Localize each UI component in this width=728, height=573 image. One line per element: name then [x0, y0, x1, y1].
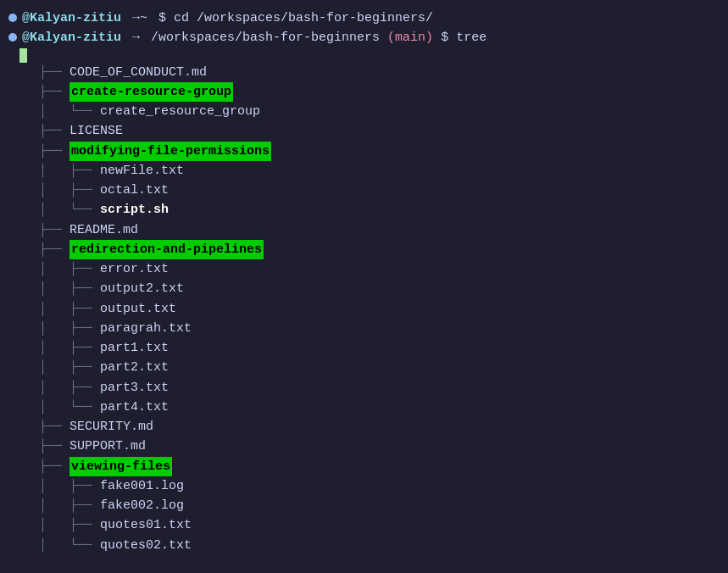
tree-connector-17: │ └── [8, 398, 100, 417]
tree-connector-9: ├── [8, 240, 69, 259]
prompt-branch-2: (main) [387, 28, 433, 47]
tree-item-name-20: viewing-files [69, 457, 172, 476]
tree-connector-21: │ ├── [8, 476, 100, 496]
tree-item-name-18: SECURITY.md [69, 417, 153, 437]
tree-connector-13: │ ├── [8, 319, 100, 338]
tree-item-10: │ ├── error.txt [8, 259, 714, 279]
tree-item-name-16: part3.txt [100, 378, 169, 398]
prompt-line-1: @Kalyan-zitiu →~ $ cd /workspaces/bash-f… [8, 8, 714, 28]
tree-item-name-1: create-resource-group [69, 82, 233, 102]
tree-item-name-15: part2.txt [100, 358, 169, 377]
prompt-user-2: @Kalyan-zitiu [22, 28, 121, 47]
tree-item-20: ├── viewing-files [8, 457, 714, 476]
tree-item-22: │ ├── fake002.log [8, 496, 714, 515]
tree-item-2: │ └── create_resource_group [8, 102, 714, 121]
prompt-symbol-1: $ [158, 8, 174, 28]
tree-item-name-21: fake001.log [100, 476, 184, 496]
cursor [19, 48, 27, 63]
tree-connector-8: ├── [8, 220, 69, 240]
tree-item-name-5: newFile.txt [100, 161, 184, 181]
tree-item-13: │ ├── paragrah.txt [8, 319, 714, 338]
prompt-dot-1 [8, 14, 17, 22]
tree-item-9: ├── redirection-and-pipelines [8, 240, 714, 259]
tree-item-15: │ ├── part2.txt [8, 358, 714, 377]
tree-item-24: │ └── quotes02.txt [8, 536, 714, 555]
tree-item-11: │ ├── output2.txt [8, 279, 714, 298]
tree-connector-23: │ ├── [8, 515, 100, 535]
tree-item-14: │ ├── part1.txt [8, 338, 714, 358]
tree-item-5: │ ├── newFile.txt [8, 161, 714, 181]
tree-item-name-10: error.txt [100, 259, 169, 279]
tree-connector-11: │ ├── [8, 279, 100, 298]
tree-connector-10: │ ├── [8, 259, 100, 279]
prompt-command-2: tree [456, 28, 486, 47]
tree-connector-4: ├── [8, 142, 69, 161]
tree-connector-24: │ └── [8, 536, 100, 555]
tree-connector-19: ├── [8, 437, 69, 456]
tree-connector-5: │ ├── [8, 161, 100, 181]
tree-connector-2: │ └── [8, 102, 100, 121]
tree-item-name-19: SUPPORT.md [69, 437, 146, 456]
tree-item-name-12: output.txt [100, 299, 176, 319]
tree-item-name-7: script.sh [100, 200, 169, 220]
prompt-command-1: cd /workspaces/bash-for-beginners/ [174, 8, 433, 28]
tree-item-7: │ └── script.sh [8, 200, 714, 220]
tree-connector-7: │ └── [8, 200, 100, 220]
tree-item-17: │ └── part4.txt [8, 398, 714, 417]
tree-item-12: │ ├── output.txt [8, 299, 714, 319]
tree-item-3: ├── LICENSE [8, 121, 714, 141]
tree-item-19: ├── SUPPORT.md [8, 437, 714, 456]
tree-connector-1: ├── [8, 82, 69, 102]
tree-connector-3: ├── [8, 121, 69, 141]
tree-item-name-24: quotes02.txt [100, 536, 192, 555]
terminal-window: @Kalyan-zitiu →~ $ cd /workspaces/bash-f… [0, 0, 728, 573]
prompt-symbol-2: $ [433, 28, 456, 47]
tree-item-name-0: CODE_OF_CONDUCT.md [69, 63, 207, 82]
tree-connector-22: │ ├── [8, 496, 100, 515]
tree-item-name-13: paragrah.txt [100, 319, 192, 338]
tree-item-name-3: LICENSE [69, 121, 123, 141]
tree-connector-0: ├── [8, 63, 69, 82]
prompt-dot-2 [8, 33, 17, 42]
tree-item-name-2: create_resource_group [100, 102, 260, 121]
tree-item-name-22: fake002.log [100, 496, 184, 515]
tree-item-16: │ ├── part3.txt [8, 378, 714, 398]
tree-item-6: │ ├── octal.txt [8, 181, 714, 200]
tree-item-1: ├── create-resource-group [8, 82, 714, 102]
tree-item-name-17: part4.txt [100, 398, 169, 417]
tree-item-18: ├── SECURITY.md [8, 417, 714, 437]
tree-connector-16: │ ├── [8, 378, 100, 398]
tree-connector-15: │ ├── [8, 358, 100, 377]
prompt-user-1: @Kalyan-zitiu [22, 8, 121, 28]
tree-connector-20: ├── [8, 457, 69, 476]
tree-connector-12: │ ├── [8, 299, 100, 319]
tree-item-name-23: quotes01.txt [100, 515, 192, 535]
tree-connector-18: ├── [8, 417, 69, 437]
cursor-line [8, 48, 714, 63]
tree-item-8: ├── README.md [8, 220, 714, 240]
tree-item-23: │ ├── quotes01.txt [8, 515, 714, 535]
tree-connector-6: │ ├── [8, 181, 100, 200]
tree-item-name-6: octal.txt [100, 181, 169, 200]
tree-item-21: │ ├── fake001.log [8, 476, 714, 496]
prompt-space-2 [380, 28, 387, 47]
tree-item-name-8: README.md [69, 220, 138, 240]
prompt-line-2: @Kalyan-zitiu → /workspaces/bash-for-beg… [8, 28, 714, 47]
prompt-path-2: /workspaces/bash-for-beginners [151, 28, 380, 47]
tree-connector-14: │ ├── [8, 338, 100, 358]
prompt-arrow-2: → [125, 28, 147, 47]
tree-item-name-4: modifying-file-permissions [69, 142, 271, 161]
prompt-arrow-1: →~ [125, 8, 155, 28]
tree-item-name-11: output2.txt [100, 279, 184, 298]
tree-item-0: ├── CODE_OF_CONDUCT.md [8, 63, 714, 82]
tree-item-4: ├── modifying-file-permissions [8, 142, 714, 161]
tree-item-name-14: part1.txt [100, 338, 169, 358]
tree-output: ├── CODE_OF_CONDUCT.md ├── create-resour… [8, 63, 714, 555]
tree-item-name-9: redirection-and-pipelines [69, 240, 264, 259]
